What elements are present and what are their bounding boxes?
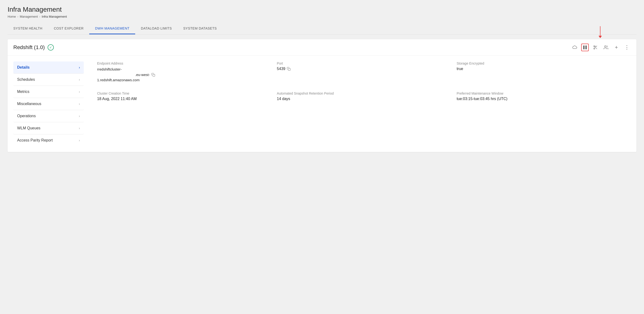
svg-line-4 (595, 46, 597, 48)
tab-dataload-limits[interactable]: DATALOAD LIMITS (135, 23, 178, 34)
nav-item-schedules[interactable]: Schedules › (13, 74, 84, 86)
main-card: Redshift (1.0) ✓ (8, 39, 636, 152)
copy-port-icon[interactable] (287, 67, 290, 71)
svg-rect-8 (153, 74, 155, 77)
port-value: 5439 (277, 67, 451, 71)
snapshot-retention-label: Automated Snapshot Retention Period (277, 92, 451, 95)
red-arrow-annotation (598, 26, 602, 38)
copy-endpoint-icon[interactable] (151, 73, 155, 77)
cloud-icon[interactable] (571, 44, 578, 51)
chevron-icon: › (79, 102, 80, 106)
breadcrumb-home[interactable]: Home (8, 15, 16, 18)
pause-button[interactable] (581, 44, 589, 51)
svg-point-7 (604, 46, 606, 47)
port-label: Port (277, 62, 451, 65)
port-field: Port 5439 (277, 62, 451, 83)
svg-rect-9 (288, 68, 290, 71)
cluster-creation-field: Cluster Creation Time 18 Aug, 2022 11:40… (97, 92, 271, 101)
svg-line-5 (596, 48, 597, 49)
tabs-bar: SYSTEM HEALTH COST EXPLORER DWH MANAGEME… (8, 23, 636, 35)
endpoint-address-value: rredshiftcluster-.eu-west-1.redshift.ama… (97, 67, 271, 83)
nav-item-wlm-queues[interactable]: WLM Queues › (13, 122, 84, 134)
endpoint-address-field: Endpoint Address rredshiftcluster-.eu-we… (97, 62, 271, 83)
details-content: Endpoint Address rredshiftcluster-.eu-we… (90, 62, 631, 146)
svg-point-2 (594, 46, 595, 47)
snapshot-retention-value: 14 days (277, 97, 451, 101)
cluster-creation-value: 18 Aug, 2022 11:40 AM (97, 97, 271, 101)
card-body: Details › Schedules › Metrics › Miscella… (8, 56, 636, 152)
add-button[interactable]: + (612, 44, 620, 51)
nav-item-miscellaneous[interactable]: Miscellaneous › (13, 98, 84, 110)
tab-system-health[interactable]: SYSTEM HEALTH (8, 23, 48, 34)
storage-encrypted-label: Storage Encrypted (457, 62, 631, 65)
page-title: Infra Management (8, 6, 636, 13)
person-icon[interactable] (602, 44, 610, 51)
chevron-icon: › (79, 78, 80, 82)
nav-item-details[interactable]: Details › (13, 62, 84, 74)
card-title-area: Redshift (1.0) ✓ (13, 44, 54, 51)
svg-point-3 (594, 48, 595, 49)
nav-item-operations[interactable]: Operations › (13, 110, 84, 122)
chevron-icon: › (79, 126, 80, 130)
breadcrumb-management[interactable]: Management (20, 15, 38, 18)
snapshot-retention-field: Automated Snapshot Retention Period 14 d… (277, 92, 451, 101)
chevron-icon: › (79, 114, 80, 118)
card-actions: + ⋮ (571, 44, 631, 51)
status-badge: ✓ (48, 44, 54, 51)
sidebar-nav: Details › Schedules › Metrics › Miscella… (13, 62, 90, 146)
chevron-icon: › (79, 90, 80, 94)
card-title: Redshift (1.0) (13, 44, 45, 51)
chevron-icon: › (79, 138, 80, 142)
svg-rect-0 (583, 46, 584, 49)
nav-item-metrics[interactable]: Metrics › (13, 86, 84, 98)
details-grid: Endpoint Address rredshiftcluster-.eu-we… (97, 62, 631, 101)
endpoint-address-label: Endpoint Address (97, 62, 271, 65)
cluster-creation-label: Cluster Creation Time (97, 92, 271, 95)
maintenance-window-field: Preferred Maintenance Window tue:03:15-t… (457, 92, 631, 101)
scissors-icon[interactable] (592, 44, 599, 51)
storage-encrypted-value: true (457, 67, 631, 71)
card-header: Redshift (1.0) ✓ (8, 39, 636, 56)
svg-rect-1 (586, 46, 587, 49)
storage-encrypted-field: Storage Encrypted true (457, 62, 631, 83)
tab-cost-explorer[interactable]: COST EXPLORER (48, 23, 89, 34)
maintenance-window-label: Preferred Maintenance Window (457, 92, 631, 95)
tab-dwh-management[interactable]: DWH MANAGEMENT (89, 23, 135, 34)
more-menu-button[interactable]: ⋮ (623, 44, 631, 51)
breadcrumb-current: Infra Management (42, 15, 67, 18)
chevron-icon: › (79, 66, 80, 69)
nav-item-access-parity[interactable]: Access Parity Report › (13, 134, 84, 146)
maintenance-window-value: tue:03:15-tue:03:45 hrs (UTC) (457, 97, 631, 101)
tab-system-datasets[interactable]: SYSTEM DATASETS (178, 23, 222, 34)
breadcrumb: Home › Management › Infra Management (8, 15, 636, 18)
